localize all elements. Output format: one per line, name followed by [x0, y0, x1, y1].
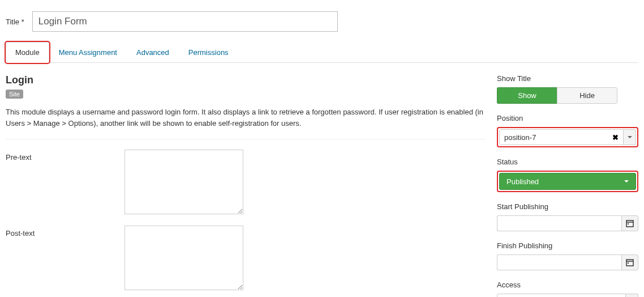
divider — [6, 139, 486, 139]
pre-text-label: Pre-text — [6, 150, 124, 214]
start-publishing-label: Start Publishing — [497, 202, 638, 211]
tab-bar: Module Menu Assignment Advanced Permissi… — [6, 42, 638, 63]
module-description: This module displays a username and pass… — [6, 107, 486, 129]
access-label: Access — [497, 281, 638, 289]
status-value: Published — [506, 177, 539, 186]
site-badge: Site — [6, 90, 23, 99]
show-title-toggle: Show Hide — [497, 87, 617, 104]
finish-publishing-calendar-button[interactable] — [621, 254, 638, 270]
svg-rect-0 — [626, 220, 633, 227]
show-title-hide-button[interactable]: Hide — [557, 87, 617, 104]
start-publishing-calendar-button[interactable] — [621, 215, 638, 231]
svg-rect-2 — [628, 223, 629, 224]
tab-advanced[interactable]: Advanced — [127, 42, 179, 63]
start-publishing-input[interactable] — [497, 215, 621, 231]
status-label: Status — [497, 158, 638, 166]
pre-text-input[interactable] — [124, 150, 243, 214]
tab-menu-assignment[interactable]: Menu Assignment — [49, 42, 127, 63]
finish-publishing-label: Finish Publishing — [497, 241, 638, 250]
svg-rect-3 — [626, 260, 633, 266]
tab-permissions[interactable]: Permissions — [179, 42, 238, 63]
finish-publishing-input[interactable] — [497, 254, 621, 270]
show-title-show-button[interactable]: Show — [497, 87, 557, 104]
position-clear-icon[interactable]: ✖ — [612, 133, 619, 142]
calendar-icon — [626, 219, 634, 227]
show-title-label: Show Title — [497, 74, 638, 83]
post-text-input[interactable] — [124, 226, 243, 290]
calendar-icon — [626, 258, 634, 266]
access-select[interactable]: Public — [497, 294, 638, 297]
chevron-down-icon — [624, 180, 629, 183]
post-text-label: Post-text — [6, 226, 124, 290]
title-label: Title * — [6, 18, 24, 26]
position-select[interactable]: position-7 ✖ — [499, 129, 636, 145]
chevron-down-icon — [628, 136, 632, 138]
position-value: position-7 — [504, 133, 536, 142]
svg-rect-5 — [628, 262, 629, 264]
position-label: Position — [497, 114, 638, 122]
position-dropdown-button[interactable] — [624, 129, 636, 145]
module-heading: Login — [6, 74, 486, 86]
status-select[interactable]: Published — [499, 173, 636, 190]
tab-module[interactable]: Module — [6, 42, 49, 63]
access-dropdown-button[interactable] — [626, 294, 638, 297]
title-input[interactable] — [32, 11, 338, 32]
